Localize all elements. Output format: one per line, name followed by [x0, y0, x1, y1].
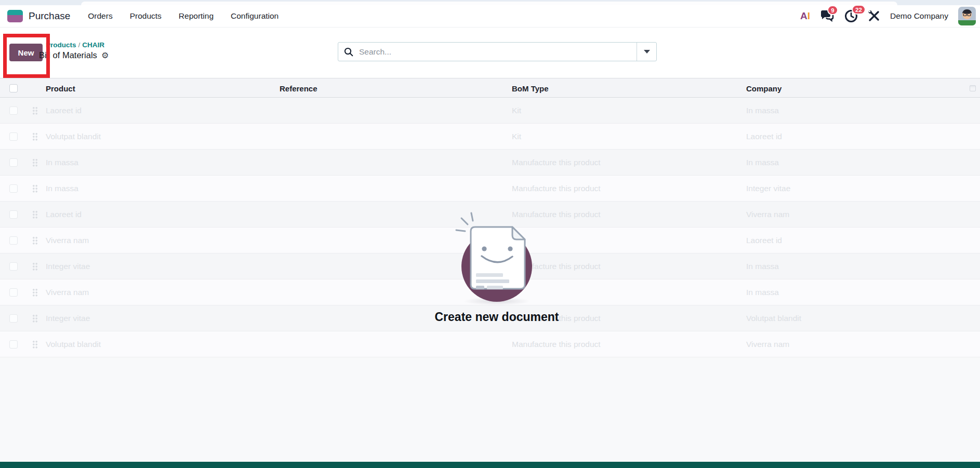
- row-company: Viverra nam: [746, 331, 789, 357]
- drag-handle-icon[interactable]: [32, 305, 38, 331]
- search-dropdown-toggle[interactable]: [637, 43, 656, 61]
- row-product: Volutpat blandit: [46, 124, 101, 150]
- drag-handle-icon[interactable]: [32, 228, 38, 253]
- drag-dots: [32, 158, 38, 167]
- nav-menu-orders[interactable]: Orders: [88, 11, 112, 21]
- row-product: Laoreet id: [46, 98, 82, 124]
- table-row[interactable]: Viverra nam In massa: [0, 279, 980, 305]
- drag-dots: [32, 288, 38, 297]
- drag-handle-icon[interactable]: [32, 176, 38, 202]
- row-bom-type: Kit: [512, 98, 521, 124]
- row-product: Laoreet id: [46, 202, 82, 228]
- row-checkbox[interactable]: [9, 210, 18, 219]
- adjust-columns-icon[interactable]: [970, 85, 976, 91]
- nav-menu: Orders Products Reporting Configuration: [88, 11, 279, 21]
- row-product: Viverra nam: [46, 228, 89, 253]
- row-company: Viverra nam: [746, 202, 789, 228]
- user-avatar[interactable]: [958, 7, 976, 25]
- navbar-right-systray: AI 9 22: [800, 7, 973, 25]
- table-row[interactable]: Laoreet id Manufacture this product Vive…: [0, 202, 980, 228]
- breadcrumb-chair-link[interactable]: CHAIR: [82, 41, 104, 49]
- avatar-image: [958, 7, 976, 25]
- row-checkbox[interactable]: [9, 158, 18, 167]
- row-checkbox[interactable]: [9, 314, 18, 323]
- drag-handle-icon[interactable]: [32, 279, 38, 305]
- table-row[interactable]: Viverra nam Laoreet id: [0, 228, 980, 253]
- browser-top-strip: [0, 0, 980, 5]
- activities-button[interactable]: 22: [844, 9, 858, 23]
- ai-letter-a: A: [800, 10, 807, 21]
- row-bom-type: Manufacture this product: [512, 176, 601, 202]
- column-header-bom-type[interactable]: BoM Type: [512, 78, 549, 98]
- drag-handle-icon[interactable]: [32, 331, 38, 357]
- drag-dots: [32, 262, 38, 271]
- row-product: Viverra nam: [46, 279, 89, 305]
- row-company: Volutpat blandit: [746, 305, 801, 331]
- drag-dots: [32, 210, 38, 219]
- list-view-header: Product Reference BoM Type Company: [0, 78, 980, 98]
- ai-letter-i: I: [807, 10, 810, 21]
- row-checkbox[interactable]: [9, 262, 18, 271]
- row-bom-type: Manufacture this product: [512, 150, 601, 176]
- new-button[interactable]: New: [9, 44, 43, 61]
- breadcrumb-products-link[interactable]: Products: [46, 41, 76, 49]
- table-row[interactable]: In massa Manufacture this product In mas…: [0, 150, 980, 176]
- column-header-company[interactable]: Company: [746, 78, 782, 98]
- browser-tab-remnant: [81, 2, 897, 5]
- table-row[interactable]: Integer vitae Manufacture this product V…: [0, 305, 980, 331]
- row-checkbox-cell: [9, 279, 18, 305]
- search-bar: [338, 42, 657, 61]
- drag-handle-icon[interactable]: [32, 253, 38, 279]
- chevron-down-icon: [644, 50, 650, 54]
- row-bom-type: Manufacture this product: [512, 253, 601, 279]
- purchase-app-icon[interactable]: [7, 10, 23, 22]
- row-checkbox[interactable]: [9, 132, 18, 141]
- nav-menu-configuration[interactable]: Configuration: [231, 11, 279, 21]
- drag-handle-icon[interactable]: [32, 202, 38, 228]
- row-checkbox-cell: [9, 202, 18, 228]
- row-checkbox-cell: [9, 176, 18, 202]
- nav-menu-reporting[interactable]: Reporting: [179, 11, 214, 21]
- odoo-purchase-app: Purchase Orders Products Reporting Confi…: [0, 0, 980, 468]
- row-checkbox[interactable]: [9, 106, 18, 115]
- search-icon: [338, 43, 359, 61]
- drag-dots: [32, 184, 38, 193]
- drag-handle-icon[interactable]: [32, 124, 38, 150]
- ai-icon[interactable]: AI: [800, 10, 810, 22]
- row-checkbox[interactable]: [9, 288, 18, 297]
- row-checkbox[interactable]: [9, 340, 18, 349]
- column-header-reference[interactable]: Reference: [280, 78, 317, 98]
- drag-handle-icon[interactable]: [32, 98, 38, 124]
- drag-dots: [32, 236, 38, 245]
- row-checkbox[interactable]: [9, 184, 18, 193]
- search-input[interactable]: [359, 43, 637, 61]
- gear-icon[interactable]: ⚙: [101, 51, 109, 60]
- row-checkbox-cell: [9, 253, 18, 279]
- drag-dots: [32, 340, 38, 349]
- debug-tools-button[interactable]: [868, 10, 880, 22]
- row-bom-type: Manufacture this product: [512, 331, 601, 357]
- drag-dots: [32, 314, 38, 323]
- row-product: Integer vitae: [46, 253, 90, 279]
- row-checkbox-cell: [9, 124, 18, 150]
- table-row[interactable]: Volutpat blandit Manufacture this produc…: [0, 331, 980, 357]
- nav-menu-products[interactable]: Products: [130, 11, 162, 21]
- row-bom-type: Manufacture this product: [512, 202, 601, 228]
- drag-handle-icon[interactable]: [32, 150, 38, 176]
- column-header-product[interactable]: Product: [46, 78, 75, 98]
- table-row[interactable]: In massa Manufacture this product Intege…: [0, 176, 980, 202]
- select-all-checkbox[interactable]: [9, 84, 18, 92]
- page-title: Bill of Materials: [39, 50, 97, 60]
- app-name[interactable]: Purchase: [29, 10, 70, 22]
- row-checkbox[interactable]: [9, 236, 18, 245]
- bom-table-body: Laoreet id Kit In massa Volutpat blandit…: [0, 98, 980, 357]
- row-product: Integer vitae: [46, 305, 90, 331]
- table-row[interactable]: Laoreet id Kit In massa: [0, 98, 980, 124]
- row-company: Laoreet id: [746, 124, 782, 150]
- table-row[interactable]: Volutpat blandit Kit Laoreet id: [0, 124, 980, 150]
- row-company: Integer vitae: [746, 176, 790, 202]
- company-name[interactable]: Demo Company: [890, 11, 948, 21]
- messages-button[interactable]: 9: [820, 10, 835, 22]
- table-row[interactable]: Integer vitae Manufacture this product I…: [0, 253, 980, 279]
- messages-badge: 9: [827, 5, 838, 15]
